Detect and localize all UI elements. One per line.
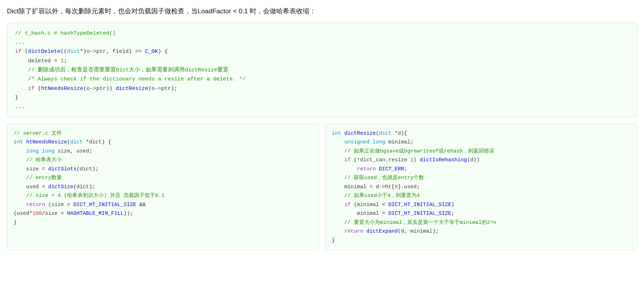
bottom-right-code-block: int dictResize(dict *d){ unsigned long m… bbox=[325, 124, 637, 250]
bottom-row: // server.c 文件 int htNeedsResize(dict *d… bbox=[7, 124, 637, 250]
intro-text: Dict除了扩容以外，每次删除元素时，也会对负载因子做检查，当LoadFacto… bbox=[7, 6, 637, 16]
top-code-block: // t_hash.c # hashTypeDeleted() ... if (… bbox=[7, 23, 637, 118]
bottom-left-code-block: // server.c 文件 int htNeedsResize(dict *d… bbox=[7, 124, 319, 250]
